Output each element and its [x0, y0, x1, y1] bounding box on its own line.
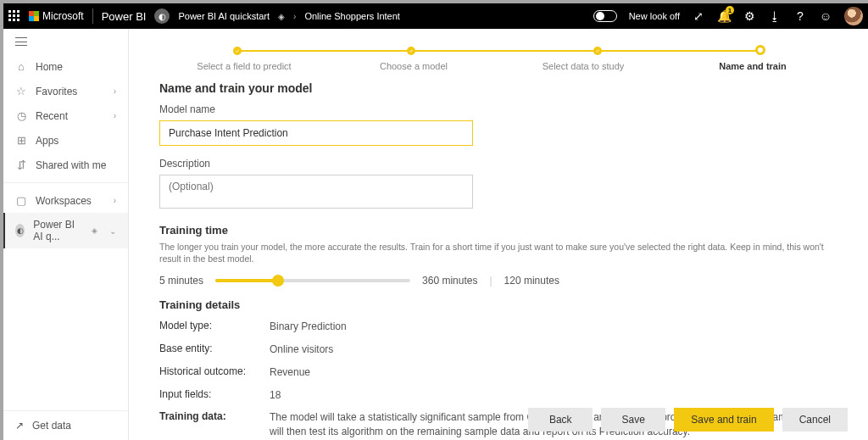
left-nav: ⌂Home ☆Favorites› ◷Recent› ⊞Apps ⇵Shared…	[3, 29, 129, 440]
workspace-avatar-icon: ◐	[154, 8, 170, 24]
description-label: Description	[159, 158, 837, 170]
nav-recent[interactable]: ◷Recent›	[3, 103, 128, 128]
wizard-stepper: Select a field to predict Choose a model…	[129, 29, 868, 76]
top-bar: Microsoft Power BI ◐ Power BI AI quickst…	[3, 3, 868, 29]
step-1-dot[interactable]	[233, 47, 242, 55]
training-time-label: Training time	[159, 224, 837, 237]
new-look-label: New look off	[629, 11, 680, 21]
step-3-dot[interactable]	[593, 47, 602, 55]
nav-current-workspace[interactable]: ◐ Power BI AI q... ◈ ⌄	[3, 213, 128, 248]
nav-recent-label: Recent	[36, 110, 68, 122]
nav-shared-label: Shared with me	[36, 159, 106, 171]
description-input[interactable]	[159, 175, 473, 209]
page-title: Name and train your model	[159, 81, 837, 95]
base-entity-value: Online visitors	[270, 343, 837, 357]
model-type-key: Model type:	[159, 320, 270, 334]
slider-value-label: 120 minutes	[504, 275, 559, 287]
training-time-slider[interactable]	[215, 279, 410, 282]
nav-collapse-button[interactable]	[3, 29, 128, 54]
divider	[92, 8, 93, 24]
app-name: Power BI	[102, 10, 147, 23]
feedback-icon[interactable]: ☺	[819, 9, 832, 23]
nav-workspaces[interactable]: ▢Workspaces›	[3, 188, 128, 213]
cancel-button[interactable]: Cancel	[782, 408, 848, 432]
workspace-icon: ◐	[15, 224, 25, 237]
new-look-toggle[interactable]	[593, 10, 617, 22]
main-panel: Select a field to predict Choose a model…	[129, 29, 868, 440]
clock-icon: ◷	[15, 109, 27, 122]
slider-min-label: 5 minutes	[159, 275, 203, 287]
input-fields-key: Input fields:	[159, 388, 270, 403]
model-name-label: Model name	[159, 103, 837, 115]
nav-favorites[interactable]: ☆Favorites›	[3, 79, 128, 103]
step-4-label[interactable]: Name and train	[668, 61, 837, 71]
chevron-right-icon: ›	[293, 12, 296, 21]
chevron-right-icon: ›	[114, 111, 116, 120]
nav-workspaces-label: Workspaces	[36, 195, 92, 207]
chevron-right-icon: ›	[114, 196, 116, 205]
model-type-value: Binary Prediction	[270, 320, 837, 334]
base-entity-key: Base entity:	[159, 343, 270, 357]
nav-get-data[interactable]: ↗Get data	[3, 410, 128, 440]
breadcrumb-item[interactable]: Online Shoppers Intent	[304, 11, 400, 21]
brand-label: Microsoft	[42, 10, 84, 22]
download-icon[interactable]: ⭳	[768, 9, 782, 23]
chevron-right-icon: ›	[114, 86, 116, 96]
training-time-help: The longer you train your model, the mor…	[159, 242, 837, 265]
nav-get-data-label: Get data	[32, 420, 71, 432]
save-button[interactable]: Save	[601, 408, 665, 432]
settings-icon[interactable]: ⚙	[743, 9, 756, 23]
home-icon: ⌂	[15, 60, 27, 73]
step-1-label[interactable]: Select a field to predict	[159, 61, 329, 71]
workspaces-icon: ▢	[15, 194, 27, 207]
nav-home-label: Home	[36, 61, 63, 73]
historical-outcome-value: Revenue	[270, 365, 837, 380]
microsoft-logo: Microsoft	[29, 10, 84, 22]
nav-apps-label: Apps	[36, 135, 58, 147]
input-fields-value: 18	[270, 388, 837, 403]
nav-shared[interactable]: ⇵Shared with me	[3, 153, 128, 177]
notifications-icon[interactable]: 🔔1	[717, 9, 731, 23]
nav-home[interactable]: ⌂Home	[3, 54, 128, 79]
back-button[interactable]: Back	[528, 408, 593, 432]
expand-icon[interactable]: ⤢	[692, 9, 705, 23]
star-icon: ☆	[15, 85, 27, 97]
user-avatar[interactable]	[844, 7, 863, 25]
step-2-label[interactable]: Choose a model	[329, 61, 498, 71]
breadcrumb-workspace[interactable]: Power BI AI quickstart	[178, 11, 270, 21]
notification-badge: 1	[726, 6, 734, 14]
save-and-train-button[interactable]: Save and train	[674, 408, 773, 432]
form-content: Name and train your model Model name Des…	[129, 76, 868, 440]
apps-icon: ⊞	[15, 134, 27, 147]
premium-icon: ◈	[278, 12, 285, 21]
slider-thumb[interactable]	[272, 275, 284, 287]
get-data-icon: ↗	[15, 420, 24, 432]
app-launcher-icon[interactable]	[8, 10, 20, 22]
step-3-label[interactable]: Select data to study	[498, 61, 668, 71]
model-name-input[interactable]	[159, 120, 473, 146]
step-2-dot[interactable]	[407, 47, 415, 55]
historical-outcome-key: Historical outcome:	[159, 365, 270, 380]
nav-favorites-label: Favorites	[36, 86, 77, 97]
nav-current-workspace-label: Power BI AI q...	[33, 219, 83, 242]
nav-apps[interactable]: ⊞Apps	[3, 128, 128, 153]
help-icon[interactable]: ?	[793, 9, 807, 23]
chevron-down-icon: ⌄	[109, 226, 116, 236]
premium-icon: ◈	[92, 226, 97, 235]
training-details-heading: Training details	[159, 298, 837, 311]
shared-icon: ⇵	[15, 159, 27, 171]
step-4-dot[interactable]	[755, 45, 765, 55]
slider-max-label: 360 minutes	[422, 275, 477, 287]
wizard-footer: Back Save Save and train Cancel	[528, 408, 848, 432]
training-data-key: Training data:	[159, 410, 270, 439]
